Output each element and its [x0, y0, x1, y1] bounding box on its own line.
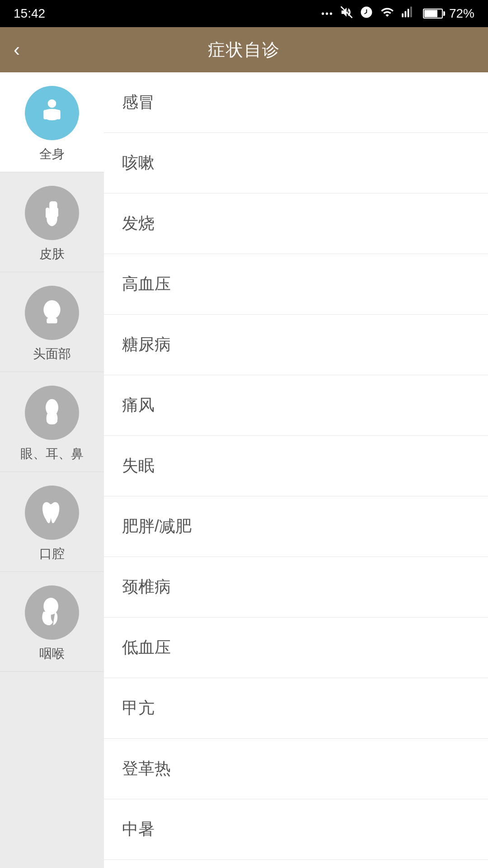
nose-icon	[36, 397, 68, 429]
list-item[interactable]: 痛风	[104, 375, 488, 436]
svg-rect-3	[408, 9, 409, 17]
list-item[interactable]: 高血脂	[104, 860, 488, 868]
status-icons: ••• 72%	[321, 5, 474, 22]
status-bar: 15:42 •••	[0, 0, 488, 27]
sidebar-item-kouqiang[interactable]: 口腔	[0, 472, 104, 572]
time-display: 15:42	[14, 6, 45, 21]
head-profile-icon	[36, 297, 68, 329]
list-item[interactable]: 颈椎病	[104, 557, 488, 618]
list-item[interactable]: 咳嗽	[104, 133, 488, 193]
battery-percentage: 72%	[449, 6, 474, 21]
svg-point-5	[48, 99, 56, 108]
svg-rect-4	[410, 6, 412, 17]
sidebar-item-yanhou[interactable]: 咽喉	[0, 572, 104, 672]
pifu-icon-circle	[25, 186, 79, 240]
sidebar-label-quanshen: 全身	[39, 146, 65, 163]
svg-rect-6	[43, 110, 47, 119]
svg-rect-11	[47, 318, 57, 324]
svg-point-13	[47, 419, 52, 423]
throat-icon	[36, 597, 68, 628]
alarm-icon	[360, 5, 373, 22]
list-item[interactable]: 肥胖/减肥	[104, 496, 488, 557]
sidebar-item-pifu[interactable]: 皮肤	[0, 172, 104, 272]
sidebar-item-yanerbei[interactable]: 眼、耳、鼻	[0, 372, 104, 472]
list-item[interactable]: 甲亢	[104, 678, 488, 739]
yanerbei-icon-circle	[25, 386, 79, 440]
sidebar: 全身 皮肤 头面部	[0, 72, 104, 868]
svg-rect-2	[404, 11, 406, 17]
battery-icon	[423, 9, 443, 19]
content-list: 感冒 咳嗽 发烧 高血压 糖尿病 痛风 失眠 肥胖/减肥 颈椎病 低血压 甲亢	[104, 72, 488, 868]
header: ‹ 症状自诊	[0, 27, 488, 72]
sidebar-label-kouqiang: 口腔	[39, 545, 65, 562]
list-item[interactable]: 高血压	[104, 254, 488, 315]
main-content: 全身 皮肤 头面部	[0, 72, 488, 868]
svg-rect-8	[46, 208, 49, 218]
sidebar-label-yanerbei: 眼、耳、鼻	[20, 445, 84, 462]
page-title: 症状自诊	[208, 38, 280, 61]
sidebar-item-toumianbu[interactable]: 头面部	[0, 272, 104, 372]
quanshen-icon-circle	[25, 86, 79, 140]
kouqiang-icon-circle	[25, 486, 79, 540]
svg-rect-9	[55, 208, 58, 217]
body-icon	[36, 97, 68, 129]
back-button[interactable]: ‹	[14, 39, 20, 61]
svg-rect-7	[57, 110, 61, 119]
list-item[interactable]: 糖尿病	[104, 315, 488, 375]
toumianbu-icon-circle	[25, 286, 79, 340]
list-item[interactable]: 登革热	[104, 739, 488, 799]
list-item[interactable]: 感冒	[104, 72, 488, 133]
sidebar-label-toumianbu: 头面部	[33, 345, 71, 363]
yanhou-icon-circle	[25, 585, 79, 640]
svg-point-14	[52, 419, 57, 423]
mute-icon	[340, 5, 353, 22]
sidebar-item-quanshen[interactable]: 全身	[0, 72, 104, 172]
svg-point-10	[43, 300, 60, 319]
list-item[interactable]: 发烧	[104, 193, 488, 254]
list-item[interactable]: 低血压	[104, 618, 488, 678]
list-item[interactable]: 中暑	[104, 799, 488, 860]
sidebar-label-yanhou: 咽喉	[39, 645, 65, 662]
hand-icon	[36, 197, 68, 229]
signal-dots-icon: •••	[321, 9, 333, 19]
signal-icon	[401, 5, 415, 22]
wifi-icon	[380, 5, 395, 22]
svg-rect-1	[402, 13, 404, 17]
list-item[interactable]: 失眠	[104, 436, 488, 496]
tooth-icon	[36, 497, 68, 528]
sidebar-label-pifu: 皮肤	[39, 245, 65, 263]
